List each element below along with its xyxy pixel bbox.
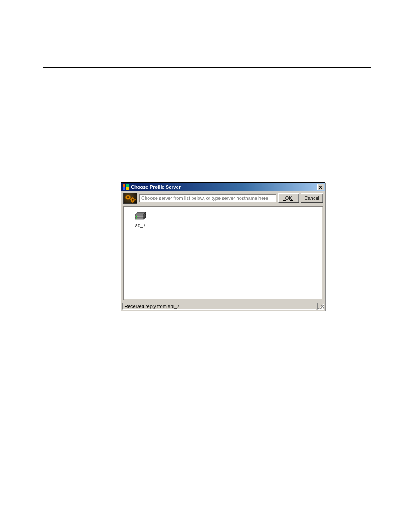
toolbar: OK Cancel [121,191,325,205]
svg-rect-7 [128,199,128,201]
svg-rect-9 [130,197,131,198]
choose-profile-server-dialog: Choose Profile Server [121,182,325,311]
svg-rect-13 [132,202,133,203]
server-icon [134,211,147,221]
svg-point-5 [127,196,129,198]
svg-rect-8 [125,197,126,198]
ok-button[interactable]: OK [278,193,299,203]
ok-button-label: OK [283,195,295,201]
svg-rect-6 [128,194,128,195]
server-item-label: ad_7 [135,223,146,228]
page-divider [43,67,371,68]
server-hostname-input[interactable] [139,194,277,202]
svg-rect-12 [132,197,133,198]
resize-grip[interactable] [317,303,324,310]
server-item[interactable]: ad_7 [128,211,153,228]
svg-rect-26 [136,216,137,217]
server-list[interactable]: ad_7 [123,206,323,300]
cancel-button[interactable]: Cancel [301,193,323,203]
svg-point-11 [132,199,133,200]
svg-rect-1 [126,184,129,187]
svg-rect-25 [136,215,137,215]
gears-icon [123,193,137,204]
svg-rect-14 [130,199,131,200]
svg-rect-3 [126,187,129,190]
dialog-title: Choose Profile Server [131,184,317,190]
status-text: Received reply from adl_7 [122,303,316,310]
titlebar[interactable]: Choose Profile Server [121,183,325,191]
svg-rect-15 [134,199,136,200]
close-button[interactable] [317,184,324,190]
svg-rect-0 [123,184,125,187]
svg-rect-2 [123,187,125,190]
svg-rect-27 [136,218,137,219]
status-bar: Received reply from adl_7 [121,302,325,311]
app-icon [122,184,129,190]
